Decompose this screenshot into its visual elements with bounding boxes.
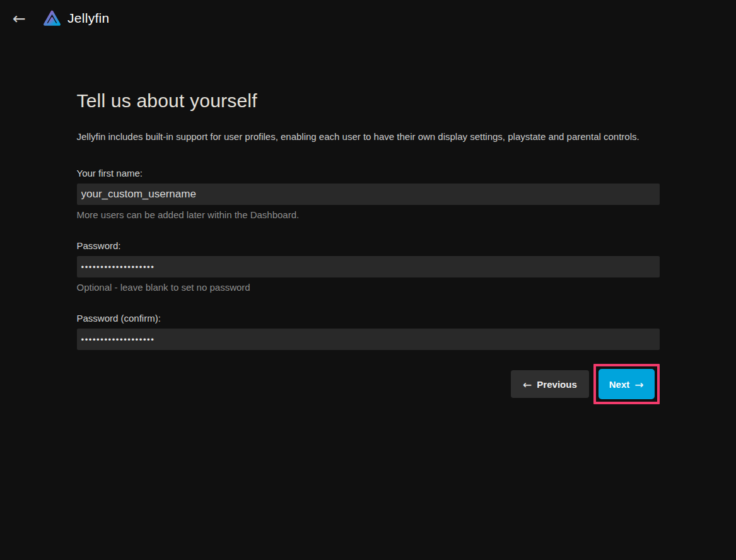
next-button-highlight: Next → — [593, 364, 660, 404]
back-arrow-icon: ← — [13, 9, 26, 28]
right-arrow-icon: → — [634, 380, 643, 390]
brand: Jellyfin — [42, 9, 110, 28]
first-name-input[interactable] — [77, 184, 660, 205]
next-button[interactable]: Next → — [599, 369, 655, 399]
first-name-group: Your first name: More users can be added… — [77, 168, 660, 220]
page-title: Tell us about yourself — [77, 90, 660, 112]
password-label: Password: — [77, 240, 660, 251]
back-button[interactable]: ← — [9, 9, 30, 28]
wizard-nav-buttons: ← Previous Next → — [77, 364, 660, 404]
page-description: Jellyfin includes built-in support for u… — [77, 131, 660, 142]
first-name-helper-text: More users can be added later within the… — [77, 209, 660, 220]
setup-wizard-page: Tell us about yourself Jellyfin includes… — [77, 37, 660, 404]
password-input[interactable] — [77, 256, 660, 277]
previous-button[interactable]: ← Previous — [511, 370, 589, 398]
password-confirm-group: Password (confirm): — [77, 313, 660, 350]
top-bar: ← Jellyfin — [0, 0, 736, 37]
left-arrow-icon: ← — [523, 380, 532, 390]
first-name-label: Your first name: — [77, 168, 660, 178]
previous-button-label: Previous — [537, 379, 576, 390]
password-confirm-label: Password (confirm): — [77, 313, 660, 324]
next-button-label: Next — [609, 379, 630, 390]
jellyfin-logo-icon — [42, 9, 62, 28]
password-confirm-input[interactable] — [77, 329, 660, 350]
password-group: Password: Optional - leave blank to set … — [77, 240, 660, 293]
app-name: Jellyfin — [67, 11, 110, 26]
password-helper-text: Optional - leave blank to set no passwor… — [77, 282, 660, 293]
